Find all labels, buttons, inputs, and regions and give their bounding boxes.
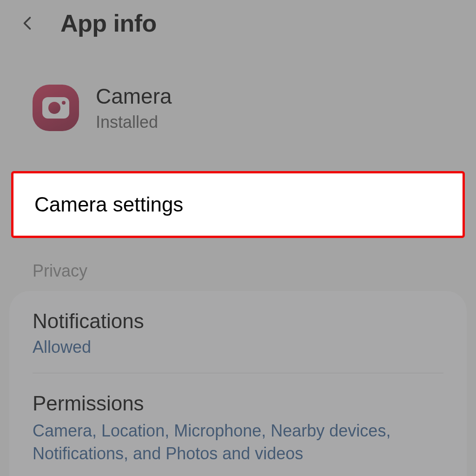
privacy-card: Notifications Allowed Permissions Camera… xyxy=(9,291,467,476)
app-name: Camera xyxy=(96,84,172,109)
header: App info xyxy=(0,0,476,42)
notifications-value: Allowed xyxy=(33,337,443,357)
camera-settings-label: Camera settings xyxy=(34,193,442,216)
app-name-block: Camera Installed xyxy=(96,84,172,132)
privacy-section-label: Privacy xyxy=(0,238,476,287)
app-info-screen: App info Camera Installed Camera setting… xyxy=(0,0,476,476)
camera-settings-card: Camera settings xyxy=(11,171,465,238)
permissions-title: Permissions xyxy=(33,392,443,415)
back-button[interactable] xyxy=(14,9,42,37)
page-title: App info xyxy=(60,9,157,37)
permissions-item[interactable]: Permissions Camera, Location, Microphone… xyxy=(9,373,467,476)
camera-app-icon xyxy=(33,85,79,131)
camera-icon xyxy=(42,97,69,119)
app-install-status: Installed xyxy=(96,112,172,132)
app-identity: Camera Installed xyxy=(0,42,476,160)
permissions-value: Camera, Location, Microphone, Nearby dev… xyxy=(33,420,443,465)
notifications-title: Notifications xyxy=(33,310,443,333)
camera-settings-item[interactable]: Camera settings xyxy=(11,171,465,238)
notifications-item[interactable]: Notifications Allowed xyxy=(9,291,467,373)
chevron-left-icon xyxy=(20,15,36,32)
